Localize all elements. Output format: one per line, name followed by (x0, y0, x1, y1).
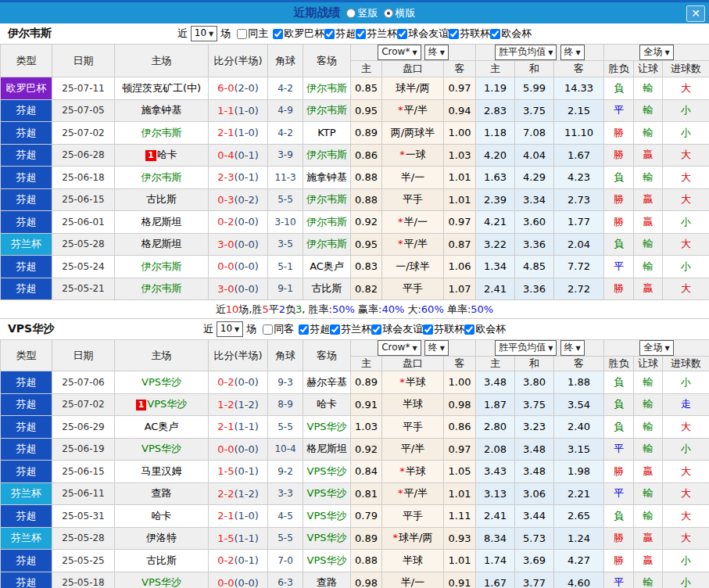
handicap-cell: 平手 (382, 505, 444, 528)
scope-dropdown[interactable]: 全场▼ (639, 340, 673, 356)
match-count-dropdown[interactable]: 10▼ (217, 321, 243, 337)
checkbox-icon[interactable] (299, 324, 309, 335)
home-team-cell: 格尼斯坦 (115, 211, 209, 234)
handicap-cell: 半/一 (382, 167, 444, 189)
handicap-star: * (398, 487, 403, 499)
avg-win-cell: 3.22 (476, 233, 515, 256)
home-odds-cell: 1.03 (351, 416, 382, 439)
avg-lose-cell: 11.10 (554, 122, 604, 145)
league-filter-checkbox[interactable]: 芬兰杯 (356, 27, 397, 41)
checkbox-icon[interactable] (490, 29, 500, 39)
wdl-result-cell: 負 (604, 77, 634, 100)
goals-result-cell: 大 (663, 461, 709, 483)
league-filter-checkbox[interactable]: 欧罗巴杯 (273, 27, 324, 41)
table-row: 芬超25-05-25古比斯0-2(0-1)7-0VPS华沙0.88半球1.011… (1, 550, 709, 572)
avg-dropdown[interactable]: 胜平负均值▼ (495, 340, 557, 356)
odds-source-dropdown[interactable]: Crow*▼ (378, 45, 421, 60)
handicap-result-cell-text: 輸 (643, 487, 653, 499)
radio-horizontal-layout[interactable]: 横版 (384, 6, 416, 20)
goals-result-cell: 大 (663, 416, 709, 439)
odds-stage-dropdown[interactable]: 终▼ (424, 45, 449, 60)
home-team-name: 格尼斯坦 (141, 216, 182, 228)
away-team-name: KTP (317, 127, 335, 138)
live-badge: 1 (145, 150, 156, 161)
league-filter-checkbox[interactable]: 芬兰杯 (330, 322, 371, 336)
date-cell: 25-07-05 (52, 99, 115, 122)
scope-dropdown[interactable]: 全场▼ (639, 45, 673, 60)
handicap-cell: 半球 (382, 393, 444, 416)
same-venue-checkbox[interactable]: 同客 (263, 322, 294, 336)
away-team-name: 伊尔韦斯 (306, 104, 347, 116)
checkbox-icon[interactable] (356, 29, 366, 39)
league-filter-checkbox[interactable]: 欧会杯 (490, 27, 532, 41)
radio-vertical-layout[interactable]: 竖版 (346, 6, 378, 20)
home-team-name: 哈卡 (157, 149, 177, 160)
league-filter-checkbox[interactable]: 芬超 (299, 322, 330, 336)
avg-dropdown[interactable]: 胜平负均值▼ (495, 45, 557, 60)
avg-win-cell: 2.83 (476, 99, 515, 122)
home-team-cell: 顿涅茨克矿工(中) (115, 77, 209, 100)
date-cell: 25-06-28 (52, 144, 115, 167)
league-filter-group: 芬超芬兰杯球会友谊芬联杯欧会杯 (299, 322, 506, 336)
league-filter-checkbox[interactable]: 芬联杯 (449, 27, 490, 41)
goals-result-cell: 小 (663, 99, 709, 122)
league-filter-checkbox[interactable]: 球会友谊 (371, 322, 423, 336)
checkbox-icon[interactable] (324, 29, 335, 39)
wdl-result-cell: 負 (604, 505, 634, 528)
checkbox-icon[interactable] (263, 324, 273, 335)
avg-draw-cell: 4.04 (515, 144, 554, 167)
checkbox-icon[interactable] (371, 324, 381, 335)
corners-cell: 4-2 (268, 122, 303, 145)
home-team-name: 伊洛特 (146, 532, 177, 543)
checkbox-icon[interactable] (464, 324, 474, 335)
dialog-title: 近期战绩 (294, 5, 341, 20)
away-odds-cell: 1.07 (444, 278, 476, 300)
odds-stage-dropdown[interactable]: 终▼ (424, 340, 449, 356)
sub-handicap-result: 让球 (634, 357, 663, 371)
league-filter-checkbox[interactable]: 球会友谊 (397, 27, 449, 41)
checkbox-icon[interactable] (330, 324, 340, 335)
handicap-result-cell-text: 贏 (643, 282, 653, 294)
odds-source-dropdown[interactable]: Crow*▼ (378, 340, 421, 356)
fulltime-score: 0-2 (217, 554, 234, 566)
league-filter-checkbox[interactable]: 芬超 (324, 27, 356, 41)
checkbox-icon[interactable] (449, 29, 459, 39)
sub-handicap-result: 让球 (634, 61, 663, 77)
avg-stage-dropdown[interactable]: 终▼ (560, 340, 585, 356)
checkbox-icon[interactable] (423, 324, 433, 335)
checkbox-icon[interactable] (397, 29, 407, 39)
handicap-text: 一球 (406, 149, 426, 160)
checkbox-icon[interactable] (273, 29, 283, 39)
same-venue-checkbox[interactable]: 同主 (237, 27, 268, 41)
corners-cell: 9-1 (268, 278, 303, 300)
avg-lose-cell: 4.27 (554, 550, 604, 572)
radio-checked-icon[interactable] (384, 9, 393, 18)
fulltime-score: 1-2 (217, 399, 234, 411)
away-team-name: VPS华沙 (307, 532, 347, 543)
goals-result-cell: 小 (663, 438, 709, 461)
checkbox-icon[interactable] (237, 29, 247, 39)
score-cell: 1-5(0-1) (209, 461, 268, 483)
fulltime-score: 0-2 (217, 376, 234, 388)
league-cell: 芬超 (1, 371, 52, 394)
match-count-dropdown[interactable]: 10▼ (191, 26, 217, 41)
league-filter-checkbox[interactable]: 芬联杯 (423, 322, 464, 336)
league-filter-checkbox[interactable]: 欧会杯 (464, 322, 506, 336)
avg-draw-cell: 3.75 (515, 99, 554, 122)
handicap-cell: *平/半 (382, 482, 444, 505)
close-icon[interactable]: ✕ (686, 5, 705, 22)
fulltime-score: 2-1 (217, 421, 234, 432)
score-cell: 2-1(1-1) (209, 416, 268, 439)
handicap-text: 平手 (403, 282, 423, 294)
filter-bar: 近 10▼ 场 同主 欧罗巴杯芬超芬兰杯球会友谊芬联杯欧会杯 (177, 26, 532, 41)
radio-unchecked-icon[interactable] (346, 9, 356, 18)
home-odds-cell: 0.88 (351, 167, 382, 189)
fulltime-score: 6-0 (217, 82, 234, 94)
home-odds-cell: 0.89 (351, 371, 382, 394)
score-cell: 0-4(0-1) (209, 144, 268, 167)
avg-stage-dropdown[interactable]: 终▼ (560, 45, 585, 60)
avg-win-cell: 1.34 (476, 256, 515, 278)
away-team-cell: VPS华沙 (303, 482, 351, 505)
handicap-result-cell: 贏 (634, 527, 663, 550)
avg-lose-cell: 4.60 (554, 572, 604, 588)
